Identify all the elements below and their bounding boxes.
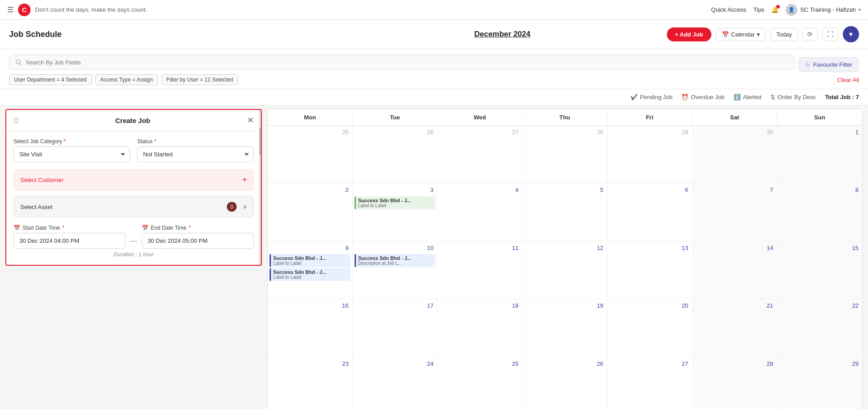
filter-tag-user[interactable]: Filter by User = 11 Selected [162,74,238,85]
weekday-fri: Fri [607,109,693,125]
cal-day[interactable]: 11 [437,241,522,299]
refresh-button[interactable]: ⟳ [802,27,818,41]
cal-day[interactable]: 20 [607,299,693,356]
status-select[interactable]: Not Started [137,146,254,162]
cal-day[interactable]: 12 [522,241,607,299]
job-category-status-row: Select Job Category * Site Visit Status … [13,138,254,162]
panel-expand-icon[interactable]: ⬡ [13,117,18,124]
tips-link[interactable]: Tips [753,6,764,13]
weekday-sun: Sun [777,109,862,125]
end-required: * [189,225,191,231]
cal-day[interactable]: 13 [607,241,693,299]
cal-day[interactable]: 14 [693,241,778,299]
cal-day[interactable]: 1 [777,126,862,183]
calendar-chevron-icon: ▾ [757,31,760,38]
end-datetime-input[interactable] [142,233,254,249]
cal-day[interactable]: 25 [437,357,522,409]
filter-tag-access[interactable]: Access Type = Assign [95,74,158,85]
order-by-desc[interactable]: ⇅ Order By Desc [770,94,816,100]
cal-day[interactable]: 30 [693,126,778,183]
cal-day[interactable]: 28 [522,126,607,183]
notification-icon[interactable]: 🔔 [771,6,778,13]
cal-day[interactable]: 16 [268,299,353,356]
favourite-filter-button[interactable]: ☆ Favourite Filter [798,57,859,72]
status-label: Status * [137,138,254,145]
select-customer-row[interactable]: Select Customer + [13,169,254,191]
datetime-separator: — [130,237,137,245]
cal-day[interactable]: 27 [607,357,693,409]
cal-day[interactable]: 21 [693,299,778,356]
cal-day[interactable]: 6 [607,183,693,241]
panel-close-icon[interactable]: ✕ [247,115,254,125]
job-category-select[interactable]: Site Visit [13,146,130,162]
cal-day[interactable]: 8 [777,183,862,241]
cal-day[interactable]: 15 [777,241,862,299]
weekday-sat: Sat [693,109,778,125]
alerted-status[interactable]: ℹ️ Alerted [733,94,761,100]
top-nav-left: ☰ C Don't count the days, make the days … [7,4,706,16]
cal-day[interactable]: 26 [353,126,438,183]
cal-day[interactable]: 7 [693,183,778,241]
start-datetime-group: 📅 Start Date Time * [13,225,126,249]
job-event[interactable]: Success Sdn Bhd - J... Label to Label [270,254,351,267]
select-asset-row[interactable]: Select Asset 0 ∨ [13,196,254,218]
create-job-panel: ⬡ Create Job ✕ Select Job Category * Sit… [5,109,262,266]
cal-day[interactable]: 2 [268,183,353,241]
filter-tag-department[interactable]: User Department = 4 Selected [9,74,92,85]
scrollbar[interactable] [259,110,261,265]
end-datetime-group: 📅 End Date Time * [142,225,254,249]
expand-button[interactable]: ⛶ [822,27,838,41]
start-datetime-input[interactable] [13,233,126,249]
cal-day[interactable]: 18 [437,299,522,356]
filter-button[interactable]: ▼ [843,26,859,42]
overdue-job-status[interactable]: ⏰ Overdue Job [681,94,724,100]
calendar-label: Calendar [731,31,755,38]
cal-day[interactable]: 17 [353,299,438,356]
calendar-week-4: 16 17 18 19 20 21 22 [268,299,862,357]
job-event[interactable]: Success Sdn Bhd - J... Description at Jo… [355,254,436,267]
cal-day[interactable]: 24 [353,357,438,409]
job-event[interactable]: Success Sdn Bhd - J... Label to Label [270,268,351,281]
duration-text: Duration : 1 hour [13,251,254,258]
cal-day[interactable]: 9 Success Sdn Bhd - J... Label to Label … [268,241,353,299]
hamburger-icon[interactable]: ☰ [7,5,13,14]
calendar-week-3: 9 Success Sdn Bhd - J... Label to Label … [268,241,862,299]
cal-day[interactable]: 22 [777,299,862,356]
cal-day[interactable]: 10 Success Sdn Bhd - J... Description at… [353,241,438,299]
alerted-icon: ℹ️ [733,94,741,100]
job-event[interactable]: Success Sdn Bhd - J... Label to Label [355,196,436,209]
cal-day[interactable]: 23 [268,357,353,409]
today-button[interactable]: Today [770,28,798,41]
svg-point-0 [16,60,20,64]
cal-day[interactable]: 4 [437,183,522,241]
asset-chevron-icon: ∨ [243,204,247,210]
cal-day[interactable]: 27 [437,126,522,183]
cal-day[interactable]: 3 Success Sdn Bhd - J... Label to Label [353,183,438,241]
user-chevron-icon: ▾ [859,7,861,12]
select-customer-label: Select Customer [20,177,63,183]
cal-day[interactable]: 29 [777,357,862,409]
calendar-grid: Mon Tue Wed Thu Fri Sat Sun 25 26 27 28 … [268,109,862,409]
expand-icon: ⛶ [827,31,833,38]
calendar-body: 25 26 27 28 29 30 1 2 3 Success Sdn Bhd … [268,126,862,409]
datetime-row: 📅 Start Date Time * — 📅 End Date Time * [13,225,254,249]
search-input[interactable] [26,59,789,66]
cal-day[interactable]: 25 [268,126,353,183]
start-datetime-label: 📅 Start Date Time * [13,225,126,231]
pending-job-status[interactable]: ✔️ Pending Job [630,94,672,100]
cal-day[interactable]: 26 [522,357,607,409]
status-bar: ✔️ Pending Job ⏰ Overdue Job ℹ️ Alerted … [0,89,868,105]
user-profile[interactable]: 👤 SC Training - Hafizah ▾ [786,4,861,16]
order-icon: ⇅ [770,94,775,100]
add-job-button[interactable]: + Add Job [667,27,711,41]
cal-day[interactable]: 5 [522,183,607,241]
clear-all-button[interactable]: Clear All [837,77,859,83]
calendar-dropdown-button[interactable]: 📅 Calendar ▾ [716,28,766,41]
quick-access-link[interactable]: Quick Access [711,6,746,13]
panel-title: Create Job [18,117,247,124]
cal-day[interactable]: 19 [522,299,607,356]
cal-day[interactable]: 28 [693,357,778,409]
avatar: 👤 [786,4,797,16]
cal-day[interactable]: 29 [607,126,693,183]
month-title[interactable]: December 2024 [338,30,667,39]
